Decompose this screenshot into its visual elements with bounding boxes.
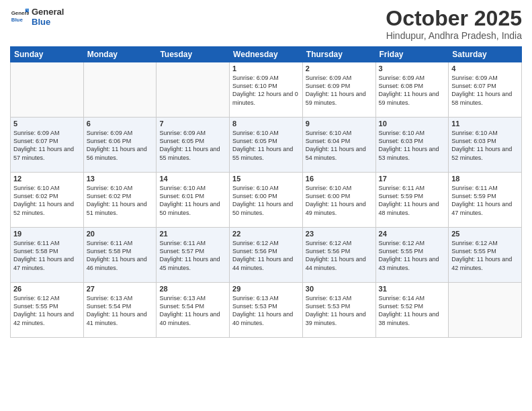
cell-date: 23: [306, 230, 373, 238]
cell-date: 27: [87, 285, 154, 293]
calendar-week-row: 26Sunrise: 6:12 AM Sunset: 5:55 PM Dayli…: [11, 283, 522, 338]
cell-info: Sunrise: 6:12 AM Sunset: 5:55 PM Dayligh…: [13, 294, 81, 327]
cell-date: 1: [232, 64, 300, 73]
col-sunday: Sunday: [11, 47, 84, 62]
cell-date: 18: [451, 175, 519, 183]
col-wednesday: Wednesday: [230, 47, 303, 62]
cell-info: Sunrise: 6:09 AM Sunset: 6:09 PM Dayligh…: [306, 74, 373, 107]
calendar-header-row: Sunday Monday Tuesday Wednesday Thursday…: [11, 47, 522, 62]
cell-info: Sunrise: 6:10 AM Sunset: 6:03 PM Dayligh…: [451, 129, 519, 162]
table-row: 3Sunrise: 6:09 AM Sunset: 6:08 PM Daylig…: [375, 62, 449, 118]
table-row: 5Sunrise: 6:09 AM Sunset: 6:07 PM Daylig…: [11, 118, 84, 173]
cell-info: Sunrise: 6:09 AM Sunset: 6:08 PM Dayligh…: [379, 74, 446, 107]
table-row: 20Sunrise: 6:11 AM Sunset: 5:58 PM Dayli…: [83, 228, 157, 283]
table-row: 27Sunrise: 6:13 AM Sunset: 5:54 PM Dayli…: [83, 283, 157, 338]
cell-date: 3: [379, 64, 446, 73]
cell-date: 14: [159, 175, 226, 183]
logo-icon: General Blue: [10, 7, 29, 26]
cell-date: 9: [306, 120, 373, 128]
cell-info: Sunrise: 6:09 AM Sunset: 6:05 PM Dayligh…: [159, 129, 226, 162]
cell-info: Sunrise: 6:09 AM Sunset: 6:10 PM Dayligh…: [232, 74, 300, 107]
cell-info: Sunrise: 6:10 AM Sunset: 6:00 PM Dayligh…: [306, 184, 373, 217]
calendar-table: Sunday Monday Tuesday Wednesday Thursday…: [10, 46, 522, 338]
cell-info: Sunrise: 6:11 AM Sunset: 5:59 PM Dayligh…: [379, 184, 446, 217]
col-tuesday: Tuesday: [157, 47, 230, 62]
table-row: 7Sunrise: 6:09 AM Sunset: 6:05 PM Daylig…: [157, 118, 230, 173]
logo-general: General: [32, 7, 64, 17]
table-row: 29Sunrise: 6:13 AM Sunset: 5:53 PM Dayli…: [230, 283, 303, 338]
table-row: 24Sunrise: 6:12 AM Sunset: 5:55 PM Dayli…: [375, 228, 449, 283]
table-row: [11, 62, 84, 118]
table-row: [157, 62, 230, 118]
cell-date: 31: [379, 285, 446, 293]
cell-info: Sunrise: 6:09 AM Sunset: 6:07 PM Dayligh…: [451, 74, 519, 107]
table-row: 14Sunrise: 6:10 AM Sunset: 6:01 PM Dayli…: [157, 173, 230, 228]
cell-info: Sunrise: 6:09 AM Sunset: 6:06 PM Dayligh…: [87, 129, 154, 162]
table-row: 30Sunrise: 6:13 AM Sunset: 5:53 PM Dayli…: [302, 283, 375, 338]
cell-date: 2: [306, 64, 373, 73]
table-row: 8Sunrise: 6:10 AM Sunset: 6:05 PM Daylig…: [230, 118, 303, 173]
cell-date: 5: [13, 120, 81, 128]
title-block: October 2025 Hindupur, Andhra Pradesh, I…: [386, 7, 522, 41]
col-saturday: Saturday: [449, 47, 522, 62]
table-row: 18Sunrise: 6:11 AM Sunset: 5:59 PM Dayli…: [449, 173, 522, 228]
logo: General Blue General Blue: [10, 7, 64, 27]
cell-date: 17: [379, 175, 446, 183]
cell-info: Sunrise: 6:10 AM Sunset: 6:03 PM Dayligh…: [379, 129, 446, 162]
table-row: 4Sunrise: 6:09 AM Sunset: 6:07 PM Daylig…: [449, 62, 522, 118]
logo-text: General Blue: [32, 7, 64, 27]
table-row: 12Sunrise: 6:10 AM Sunset: 6:02 PM Dayli…: [11, 173, 84, 228]
calendar-week-row: 19Sunrise: 6:11 AM Sunset: 5:58 PM Dayli…: [11, 228, 522, 283]
calendar-week-row: 1Sunrise: 6:09 AM Sunset: 6:10 PM Daylig…: [11, 62, 522, 118]
calendar-week-row: 5Sunrise: 6:09 AM Sunset: 6:07 PM Daylig…: [11, 118, 522, 173]
cell-date: 10: [379, 120, 446, 128]
table-row: 16Sunrise: 6:10 AM Sunset: 6:00 PM Dayli…: [302, 173, 375, 228]
cell-info: Sunrise: 6:14 AM Sunset: 5:52 PM Dayligh…: [379, 294, 446, 327]
table-row: 19Sunrise: 6:11 AM Sunset: 5:58 PM Dayli…: [11, 228, 84, 283]
cell-info: Sunrise: 6:10 AM Sunset: 6:00 PM Dayligh…: [232, 184, 300, 217]
cell-date: 25: [451, 230, 519, 238]
cell-date: 30: [306, 285, 373, 293]
table-row: 1Sunrise: 6:09 AM Sunset: 6:10 PM Daylig…: [230, 62, 303, 118]
cell-date: 6: [87, 120, 154, 128]
cell-info: Sunrise: 6:11 AM Sunset: 5:57 PM Dayligh…: [159, 239, 226, 272]
header: General Blue General Blue October 2025 H…: [10, 7, 522, 41]
cell-info: Sunrise: 6:12 AM Sunset: 5:56 PM Dayligh…: [232, 239, 300, 272]
cell-date: 21: [159, 230, 226, 238]
cell-info: Sunrise: 6:13 AM Sunset: 5:53 PM Dayligh…: [306, 294, 373, 327]
cell-info: Sunrise: 6:10 AM Sunset: 6:02 PM Dayligh…: [13, 184, 81, 217]
cell-date: 20: [87, 230, 154, 238]
table-row: 2Sunrise: 6:09 AM Sunset: 6:09 PM Daylig…: [302, 62, 375, 118]
col-monday: Monday: [83, 47, 157, 62]
cell-info: Sunrise: 6:09 AM Sunset: 6:07 PM Dayligh…: [13, 129, 81, 162]
cell-info: Sunrise: 6:10 AM Sunset: 6:02 PM Dayligh…: [87, 184, 154, 217]
table-row: 21Sunrise: 6:11 AM Sunset: 5:57 PM Dayli…: [157, 228, 230, 283]
cell-date: 11: [451, 120, 519, 128]
cell-date: 13: [87, 175, 154, 183]
table-row: 28Sunrise: 6:13 AM Sunset: 5:54 PM Dayli…: [157, 283, 230, 338]
table-row: 10Sunrise: 6:10 AM Sunset: 6:03 PM Dayli…: [375, 118, 449, 173]
cell-date: 15: [232, 175, 300, 183]
col-thursday: Thursday: [302, 47, 375, 62]
cell-info: Sunrise: 6:12 AM Sunset: 5:55 PM Dayligh…: [379, 239, 446, 272]
col-friday: Friday: [375, 47, 449, 62]
table-row: 23Sunrise: 6:12 AM Sunset: 5:56 PM Dayli…: [302, 228, 375, 283]
table-row: [449, 283, 522, 338]
logo-blue: Blue: [32, 17, 64, 27]
cell-date: 7: [159, 120, 226, 128]
cell-date: 22: [232, 230, 300, 238]
cell-info: Sunrise: 6:11 AM Sunset: 5:59 PM Dayligh…: [451, 184, 519, 217]
calendar-week-row: 12Sunrise: 6:10 AM Sunset: 6:02 PM Dayli…: [11, 173, 522, 228]
cell-info: Sunrise: 6:10 AM Sunset: 6:04 PM Dayligh…: [306, 129, 373, 162]
cell-date: 28: [159, 285, 226, 293]
month-title: October 2025: [386, 7, 522, 30]
table-row: 13Sunrise: 6:10 AM Sunset: 6:02 PM Dayli…: [83, 173, 157, 228]
table-row: [83, 62, 157, 118]
cell-date: 12: [13, 175, 81, 183]
cell-info: Sunrise: 6:10 AM Sunset: 6:01 PM Dayligh…: [159, 184, 226, 217]
cell-info: Sunrise: 6:13 AM Sunset: 5:54 PM Dayligh…: [159, 294, 226, 327]
table-row: 15Sunrise: 6:10 AM Sunset: 6:00 PM Dayli…: [230, 173, 303, 228]
cell-date: 26: [13, 285, 81, 293]
table-row: 6Sunrise: 6:09 AM Sunset: 6:06 PM Daylig…: [83, 118, 157, 173]
cell-info: Sunrise: 6:12 AM Sunset: 5:56 PM Dayligh…: [306, 239, 373, 272]
